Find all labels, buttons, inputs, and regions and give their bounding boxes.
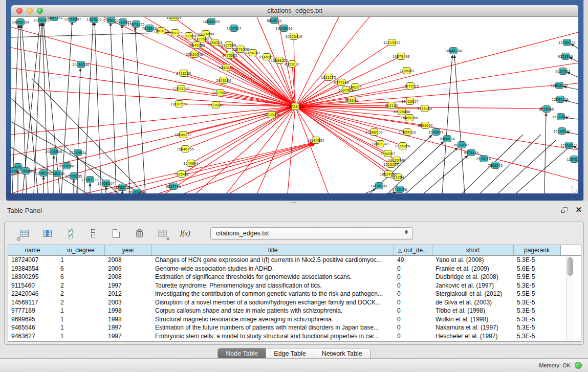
network-node-label: 9115460 (418, 107, 432, 111)
table-cell: 5.3E-5 (514, 332, 560, 341)
table-tabs: Node TableEdge TableNetwork Table (0, 348, 588, 359)
unselect-boxes-icon (91, 229, 95, 237)
table-row[interactable]: 969969511998Structural magnetic resonanc… (8, 315, 581, 324)
tab-edge-table[interactable]: Edge Table (266, 348, 314, 359)
vertical-scrollbar[interactable] (566, 256, 574, 341)
table-panel-title: Table Panel (7, 207, 42, 214)
table-cell: Dudbridge et al. (2008) (432, 273, 514, 281)
table-cell: 5.3E-5 (514, 298, 560, 307)
network-node-label: 1145194 (50, 172, 65, 176)
memory-status-icon[interactable] (575, 362, 582, 369)
table-cell: 1 (57, 315, 105, 324)
network-view-window: citations_edges.txt 14055724206914062683… (6, 0, 583, 201)
table-cell: 2 (57, 281, 105, 290)
table-row[interactable]: 946362711997Embryonic stem cells: a mode… (8, 332, 581, 341)
network-canvas[interactable]: 1405572420691406268371421065328715276026… (11, 17, 578, 193)
network-node-label: 19384554 (307, 139, 324, 142)
table-cell: 2012 (105, 290, 152, 298)
scrollbar-thumb[interactable] (568, 257, 573, 276)
column-header-in-degree[interactable]: in_degree (57, 245, 105, 255)
application-desktop: citations_edges.txt 14055724206914062683… (0, 0, 588, 372)
network-node-label: 7485063 (399, 69, 414, 73)
network-node-label: 9127502 (194, 37, 209, 41)
function-builder-button[interactable]: f(x) (179, 227, 191, 239)
network-node-label: 9474444 (464, 151, 478, 155)
table-row[interactable]: 946554611997Estimation of the future num… (8, 323, 581, 332)
window-title: citations_edges.txt (11, 7, 578, 14)
memory-status-label: Memory: OK (539, 362, 571, 368)
column-header-pagerank[interactable]: pagerank (514, 245, 560, 255)
table-cell: 0 (394, 332, 432, 341)
network-node-label: 15692931 (553, 129, 571, 133)
table-row[interactable]: 2242004622012Investigating the contribut… (8, 290, 581, 298)
network-node-label: 15166827 (175, 133, 192, 137)
network-node-label: 18107554 (170, 102, 188, 106)
table-cell: 0 (394, 298, 432, 307)
window-titlebar[interactable]: citations_edges.txt (11, 5, 578, 17)
network-node-label: 212160 (385, 104, 398, 107)
column-header-name[interactable]: name (8, 245, 57, 255)
float-panel-icon[interactable] (561, 207, 569, 214)
table-row[interactable]: 1456911722003Disruption of a novel membe… (8, 298, 581, 307)
network-node-label: 10958107 (97, 182, 115, 185)
table-cell: 5.3E-5 (514, 323, 560, 332)
network-node-label: 2803144 (216, 79, 231, 82)
table-toolbar: ⚙ ✓✓ (5, 222, 583, 245)
table-cell: Corpus callosum shape and size in male p… (152, 307, 394, 315)
network-node-label: 17957223 (81, 178, 99, 182)
gear-icon: ⚙ (16, 236, 21, 243)
new-column-button[interactable] (110, 227, 122, 239)
table-cell: 0 (394, 323, 432, 332)
table-cell: Embryonic stem cells: a model to study s… (152, 332, 394, 341)
column-header-year[interactable]: year (105, 245, 152, 255)
tab-node-table[interactable]: Node Table (218, 348, 266, 359)
network-node-label: 8322037 (285, 62, 299, 66)
table-cell: 2008 (105, 273, 152, 281)
select-columns-button[interactable] (41, 227, 53, 239)
network-node-label: 16210643 (552, 115, 570, 119)
network-node-label: 9857791 (166, 185, 181, 188)
table-cell: 22420046 (8, 290, 57, 298)
table-row[interactable]: 1830029562008Estimation of significance … (8, 273, 581, 281)
divider-handle-icon[interactable] (290, 202, 296, 204)
delete-column-button[interactable] (133, 227, 145, 239)
network-node-label: 8427552 (212, 91, 227, 95)
column-header-title[interactable]: title (152, 245, 394, 255)
table-settings-button[interactable]: ⚙ (18, 227, 30, 239)
table-cell: Yano et al. (2008) (432, 256, 514, 265)
network-node-label: 85051 (13, 165, 24, 169)
tab-network-table[interactable]: Network Table (314, 348, 370, 359)
network-node-label: 16495768 (401, 116, 418, 120)
table-row[interactable]: 1938455462009Genome-wide association stu… (8, 265, 581, 273)
network-node-label: 1640954 (428, 130, 443, 134)
network-node-label: 16120746 (388, 159, 405, 162)
table-cell: Estimation of significance thresholds fo… (152, 273, 394, 281)
table-row[interactable]: 911546021997Tourette syndrome. Phenomeno… (8, 281, 581, 290)
network-node-label: 7857224 (226, 27, 241, 30)
unselect-all-button[interactable] (87, 227, 99, 239)
table-row[interactable]: 1872400712008Changes of HCN gene express… (8, 256, 581, 265)
table-panel: Table Panel ✕ ⚙ ✓✓ (0, 201, 588, 372)
network-node-label: 14671355 (127, 23, 145, 26)
window-resize-grip[interactable] (571, 186, 578, 193)
close-panel-icon[interactable]: ✕ (575, 205, 582, 214)
import-table-button[interactable]: ✕ (156, 227, 168, 239)
table-row[interactable]: 977716911998Corpus callosum shape and si… (8, 307, 581, 315)
network-node-label: 16033809 (203, 20, 220, 24)
network-node-label: 243644 (345, 99, 358, 102)
select-columns-icon (43, 230, 52, 237)
network-node-label: 10653287 (64, 17, 81, 21)
table-selector-dropdown[interactable]: citations_edges.txt (210, 227, 413, 239)
network-node-label: 6879197 (454, 143, 469, 147)
select-all-button[interactable]: ✓✓ (64, 227, 76, 239)
table-panel-header: Table Panel ✕ (0, 205, 588, 217)
table-cell: 1 (57, 256, 105, 265)
network-node-label: 20206506 (45, 150, 62, 154)
column-header-short[interactable]: short (432, 245, 514, 255)
network-node-label: 8215955 (539, 107, 554, 111)
table-cell: 6 (57, 265, 105, 273)
network-node-label: 7663822 (154, 29, 168, 33)
column-header-out-de-[interactable]: △out_de... (394, 245, 432, 255)
table-cell: 2008 (105, 256, 152, 265)
panel-divider[interactable] (0, 201, 588, 205)
